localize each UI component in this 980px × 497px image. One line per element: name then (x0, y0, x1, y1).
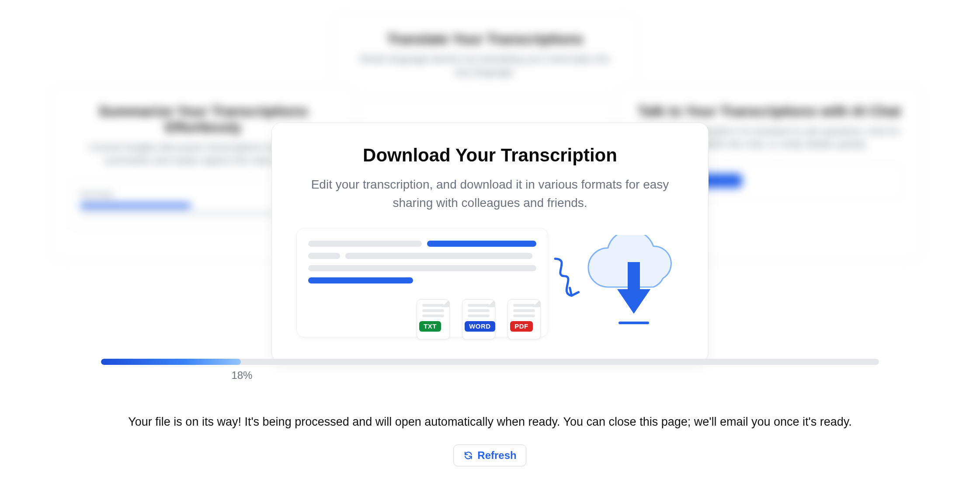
refresh-icon (463, 451, 473, 460)
format-file-pdf: PDF (507, 299, 541, 340)
download-arrow-base (619, 322, 649, 324)
page-stage: Translate Your Transcriptions Break lang… (0, 0, 980, 497)
curly-arrow-icon (551, 252, 581, 313)
paper-fold (442, 299, 450, 307)
upload-progress: 18% (101, 359, 879, 382)
doc-line-highlight (427, 241, 536, 247)
doc-line (308, 241, 422, 247)
format-badge-txt: TXT (419, 321, 441, 332)
bg-card-desc: Break language barriers by translating y… (352, 52, 619, 78)
format-badge-word: WORD (465, 321, 495, 332)
document-panel: TXT WORD PDF (296, 228, 548, 337)
processing-status-message: Your file is on its way! It's being proc… (101, 415, 879, 429)
doc-line-highlight (308, 277, 413, 284)
bg-card-translate: Translate Your Transcriptions Break lang… (332, 13, 638, 96)
format-badge-pdf: PDF (510, 321, 533, 332)
progress-percent-label: 18% (231, 369, 879, 382)
download-arrow-icon (617, 262, 650, 315)
doc-line (345, 253, 532, 259)
mock-bar (80, 211, 289, 216)
format-badges: TXT WORD PDF (417, 299, 541, 340)
refresh-button[interactable]: Refresh (453, 444, 526, 466)
doc-line (308, 265, 536, 271)
cloud-download-illustration (584, 232, 684, 333)
paper-fold (487, 299, 495, 307)
paper-fold (533, 299, 541, 307)
bg-card-title: Talk to Your Transcriptions with AI Chat (636, 103, 903, 119)
mock-bar (80, 203, 191, 208)
doc-line (308, 253, 340, 259)
progress-track (101, 359, 879, 365)
format-file-txt: TXT (417, 299, 450, 340)
download-transcription-card: Download Your Transcription Edit your tr… (271, 122, 709, 362)
card-subtitle: Edit your transcription, and download it… (298, 175, 682, 212)
format-file-word: WORD (462, 299, 495, 340)
card-title: Download Your Transcription (296, 145, 684, 166)
card-illustration: TXT WORD PDF (296, 228, 684, 337)
bg-card-title: Translate Your Transcriptions (352, 31, 619, 47)
refresh-button-label: Refresh (477, 449, 516, 462)
progress-fill (101, 359, 241, 365)
